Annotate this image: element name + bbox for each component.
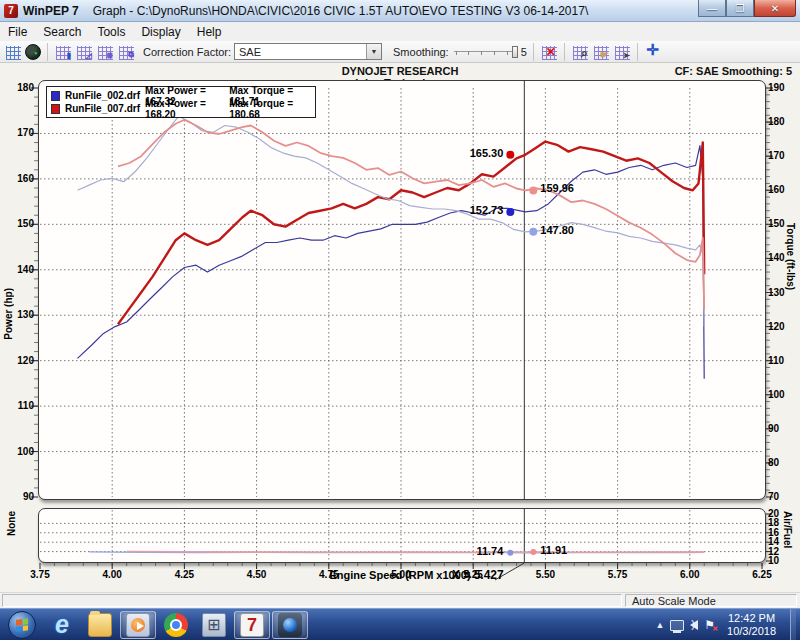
graph-power-icon[interactable] — [54, 43, 72, 60]
clock-time: 12:42 PM — [727, 612, 776, 625]
taskbar-item-explorer-icon — [88, 613, 112, 637]
taskbar-item-media-player-icon — [126, 613, 150, 637]
crosshair-icon[interactable] — [644, 43, 662, 60]
toolbar-separator — [564, 43, 565, 61]
power-tick: 170 — [6, 127, 34, 138]
chevron-down-icon[interactable]: ▼ — [366, 44, 381, 59]
restore-button[interactable]: ❐ — [726, 0, 754, 17]
graph-compare-icon[interactable] — [96, 43, 114, 60]
menu-item-tools[interactable]: Tools — [89, 24, 133, 40]
curve-runfile-007-af — [127, 552, 705, 553]
windows-logo-icon — [16, 618, 28, 631]
torque-tick: 150 — [768, 218, 785, 229]
status-mode: Auto Scale Mode — [625, 594, 797, 607]
taskbar: ▲ ⚑ 12:42 PM 10/3/2018 — [0, 608, 800, 640]
legend-row: RunFile_007.drfMax Power = 168.20Max Tor… — [51, 102, 311, 115]
hidden-icons-caret[interactable]: ▲ — [655, 620, 664, 630]
torque-tick: 110 — [768, 355, 784, 366]
torque-tick: 70 — [768, 491, 779, 502]
taskbar-item-calculator[interactable] — [196, 611, 232, 639]
menu-item-display[interactable]: Display — [133, 24, 188, 40]
taskbar-item-dyno-icon — [278, 613, 302, 637]
cursor-value-label: 11.74 — [476, 545, 503, 557]
menu-item-file[interactable]: File — [0, 24, 35, 40]
slider-thumb[interactable] — [512, 46, 518, 58]
zoom-graph-icon[interactable] — [571, 43, 589, 60]
app-name: WinPEP 7 — [23, 4, 79, 18]
torque-tick: 180 — [768, 116, 785, 127]
runs-table-icon[interactable] — [4, 43, 22, 60]
smoothing-label: Smoothing: — [393, 46, 449, 58]
torque-tick: 190 — [768, 82, 785, 93]
cursor-value-label: 11.91 — [540, 544, 567, 556]
power-tick: 100 — [6, 446, 34, 457]
power-tick: 90 — [6, 491, 34, 502]
legend-color-chip — [51, 91, 60, 101]
x-tick: 6.25 — [742, 569, 782, 580]
graph-area: DYNOJET RESEARCH Injen Technology CF: SA… — [0, 63, 800, 592]
window-controls: — ❐ ✕ — [698, 0, 796, 17]
select-graph-icon[interactable] — [613, 43, 631, 60]
curve-runfile-007-torque — [118, 120, 704, 310]
torque-tick: 160 — [768, 184, 785, 195]
taskbar-item-internet-explorer-icon — [50, 613, 74, 637]
menu-item-search[interactable]: Search — [35, 24, 89, 40]
graph-overlay-icon[interactable] — [75, 43, 93, 60]
x-tick: 4.25 — [164, 569, 204, 580]
cursor-value-label: 159.96 — [540, 182, 574, 194]
taskbar-item-chrome[interactable] — [158, 611, 194, 639]
graph-multi-icon[interactable] — [117, 43, 135, 60]
titlebar[interactable]: WinPEP 7 Graph - C:\DynoRuns\HONDA\CIVIC… — [0, 0, 800, 22]
power-tick: 140 — [6, 264, 34, 275]
taskbar-item-dyno[interactable] — [272, 611, 308, 639]
close-button[interactable]: ✕ — [754, 0, 796, 17]
volume-icon[interactable] — [690, 620, 698, 630]
cursor-value-dot — [507, 550, 513, 556]
torque-tick: 100 — [768, 389, 785, 400]
taskbar-clock[interactable]: 12:42 PM 10/3/2018 — [721, 612, 782, 638]
torque-tick: 140 — [768, 252, 785, 263]
winpep-app-icon — [4, 4, 18, 18]
taskbar-item-media-player[interactable] — [120, 611, 156, 639]
taskbar-item-chrome-icon — [164, 613, 188, 637]
pan-graph-icon[interactable] — [592, 43, 610, 60]
taskbar-item-winpep[interactable] — [234, 611, 270, 639]
correction-factor-value: SAE — [239, 46, 261, 58]
airfuel-axis-label: Air/Fuel — [782, 511, 793, 548]
action-center-icon[interactable]: ⚑ — [704, 618, 715, 632]
power-tick: 120 — [6, 355, 34, 366]
legend-box[interactable]: RunFile_002.drfMax Power = 167.32Max Tor… — [46, 86, 316, 118]
gauge-icon[interactable] — [25, 44, 41, 60]
torque-tick: 90 — [768, 423, 779, 434]
network-icon[interactable] — [670, 620, 684, 631]
clock-date: 10/3/2018 — [727, 625, 776, 638]
curve-runfile-002-power — [78, 146, 705, 379]
legend-text: RunFile_002.drf — [65, 90, 140, 101]
power-tick: 180 — [6, 82, 34, 93]
legend-color-chip — [51, 104, 60, 114]
start-button[interactable] — [8, 611, 36, 639]
smoothing-slider[interactable] — [454, 45, 518, 59]
taskbar-item-explorer[interactable] — [82, 611, 118, 639]
chart-canvas — [0, 63, 800, 592]
status-bar: Auto Scale Mode — [0, 592, 800, 608]
power-tick: 150 — [6, 218, 34, 229]
show-desktop-button[interactable] — [790, 609, 796, 640]
clear-graph-icon[interactable] — [540, 43, 558, 60]
toolbar-separator — [533, 43, 534, 61]
menu-item-help[interactable]: Help — [189, 24, 230, 40]
x-tick: 5.00 — [381, 569, 421, 580]
legend-text: RunFile_007.drf — [65, 103, 140, 114]
minimize-button[interactable]: — — [698, 0, 726, 17]
taskbar-item-calculator-icon — [202, 613, 226, 637]
x-tick: 5.75 — [598, 569, 638, 580]
taskbar-item-internet-explorer[interactable] — [44, 611, 80, 639]
toolbar: Correction Factor: SAE ▼ Smoothing: 5 — [0, 41, 800, 63]
cursor-value-dot — [530, 549, 536, 555]
x-tick: 4.50 — [237, 569, 277, 580]
curve-runfile-002-torque — [78, 116, 705, 326]
cursor-value-dot — [506, 151, 514, 159]
torque-tick: 80 — [768, 457, 779, 468]
torque-axis-label: Torque (ft-lbs) — [785, 223, 796, 290]
correction-factor-select[interactable]: SAE ▼ — [234, 43, 382, 60]
